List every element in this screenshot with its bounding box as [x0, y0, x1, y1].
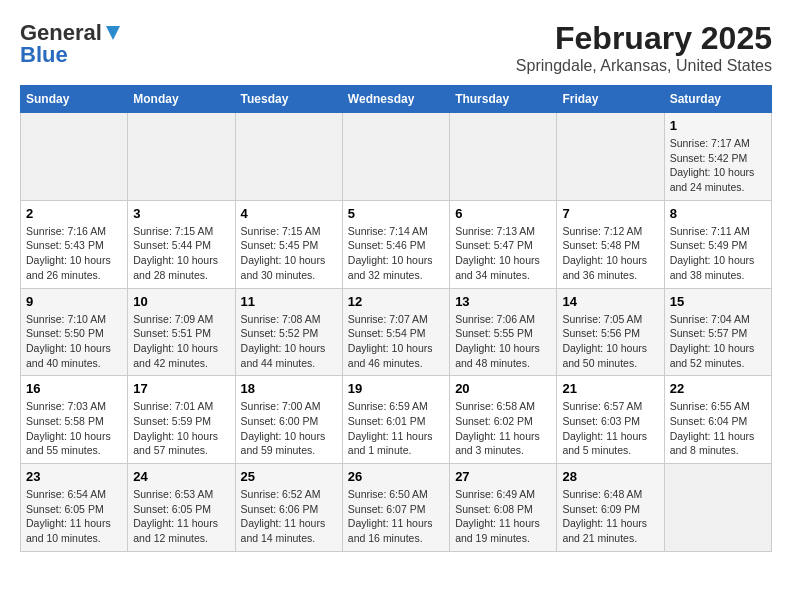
calendar-cell: 22Sunrise: 6:55 AMSunset: 6:04 PMDayligh…	[664, 376, 771, 464]
day-info: Sunrise: 6:48 AMSunset: 6:09 PMDaylight:…	[562, 487, 658, 546]
calendar-cell	[235, 113, 342, 201]
calendar-cell	[557, 113, 664, 201]
day-info: Sunrise: 7:11 AMSunset: 5:49 PMDaylight:…	[670, 224, 766, 283]
day-number: 11	[241, 294, 337, 309]
day-number: 19	[348, 381, 444, 396]
day-info: Sunrise: 7:10 AMSunset: 5:50 PMDaylight:…	[26, 312, 122, 371]
day-number: 6	[455, 206, 551, 221]
weekday-header-monday: Monday	[128, 86, 235, 113]
calendar-cell: 15Sunrise: 7:04 AMSunset: 5:57 PMDayligh…	[664, 288, 771, 376]
logo-blue: Blue	[20, 42, 68, 68]
day-number: 22	[670, 381, 766, 396]
calendar-week-row: 2Sunrise: 7:16 AMSunset: 5:43 PMDaylight…	[21, 200, 772, 288]
calendar-cell: 5Sunrise: 7:14 AMSunset: 5:46 PMDaylight…	[342, 200, 449, 288]
day-number: 28	[562, 469, 658, 484]
day-number: 25	[241, 469, 337, 484]
page-title: February 2025	[516, 20, 772, 57]
weekday-header-friday: Friday	[557, 86, 664, 113]
day-info: Sunrise: 7:03 AMSunset: 5:58 PMDaylight:…	[26, 399, 122, 458]
calendar-cell: 20Sunrise: 6:58 AMSunset: 6:02 PMDayligh…	[450, 376, 557, 464]
calendar-cell: 18Sunrise: 7:00 AMSunset: 6:00 PMDayligh…	[235, 376, 342, 464]
day-info: Sunrise: 7:06 AMSunset: 5:55 PMDaylight:…	[455, 312, 551, 371]
day-number: 17	[133, 381, 229, 396]
calendar-cell: 9Sunrise: 7:10 AMSunset: 5:50 PMDaylight…	[21, 288, 128, 376]
calendar-cell: 4Sunrise: 7:15 AMSunset: 5:45 PMDaylight…	[235, 200, 342, 288]
svg-marker-0	[106, 26, 120, 40]
page-header: General Blue February 2025 Springdale, A…	[20, 20, 772, 75]
calendar-cell: 16Sunrise: 7:03 AMSunset: 5:58 PMDayligh…	[21, 376, 128, 464]
day-number: 8	[670, 206, 766, 221]
day-number: 2	[26, 206, 122, 221]
day-number: 26	[348, 469, 444, 484]
day-info: Sunrise: 6:50 AMSunset: 6:07 PMDaylight:…	[348, 487, 444, 546]
day-info: Sunrise: 7:01 AMSunset: 5:59 PMDaylight:…	[133, 399, 229, 458]
day-number: 23	[26, 469, 122, 484]
day-info: Sunrise: 7:09 AMSunset: 5:51 PMDaylight:…	[133, 312, 229, 371]
calendar-cell: 23Sunrise: 6:54 AMSunset: 6:05 PMDayligh…	[21, 464, 128, 552]
day-info: Sunrise: 7:14 AMSunset: 5:46 PMDaylight:…	[348, 224, 444, 283]
day-number: 12	[348, 294, 444, 309]
day-info: Sunrise: 7:05 AMSunset: 5:56 PMDaylight:…	[562, 312, 658, 371]
day-info: Sunrise: 7:00 AMSunset: 6:00 PMDaylight:…	[241, 399, 337, 458]
day-info: Sunrise: 7:16 AMSunset: 5:43 PMDaylight:…	[26, 224, 122, 283]
day-info: Sunrise: 6:58 AMSunset: 6:02 PMDaylight:…	[455, 399, 551, 458]
day-info: Sunrise: 7:13 AMSunset: 5:47 PMDaylight:…	[455, 224, 551, 283]
day-number: 9	[26, 294, 122, 309]
day-number: 7	[562, 206, 658, 221]
calendar-week-row: 23Sunrise: 6:54 AMSunset: 6:05 PMDayligh…	[21, 464, 772, 552]
calendar-cell: 24Sunrise: 6:53 AMSunset: 6:05 PMDayligh…	[128, 464, 235, 552]
calendar-header-row: SundayMondayTuesdayWednesdayThursdayFrid…	[21, 86, 772, 113]
weekday-header-sunday: Sunday	[21, 86, 128, 113]
day-number: 24	[133, 469, 229, 484]
page-subtitle: Springdale, Arkansas, United States	[516, 57, 772, 75]
day-info: Sunrise: 6:52 AMSunset: 6:06 PMDaylight:…	[241, 487, 337, 546]
day-info: Sunrise: 7:08 AMSunset: 5:52 PMDaylight:…	[241, 312, 337, 371]
calendar-table: SundayMondayTuesdayWednesdayThursdayFrid…	[20, 85, 772, 552]
calendar-cell: 1Sunrise: 7:17 AMSunset: 5:42 PMDaylight…	[664, 113, 771, 201]
day-info: Sunrise: 6:59 AMSunset: 6:01 PMDaylight:…	[348, 399, 444, 458]
day-info: Sunrise: 7:15 AMSunset: 5:44 PMDaylight:…	[133, 224, 229, 283]
day-info: Sunrise: 6:53 AMSunset: 6:05 PMDaylight:…	[133, 487, 229, 546]
calendar-week-row: 9Sunrise: 7:10 AMSunset: 5:50 PMDaylight…	[21, 288, 772, 376]
calendar-cell: 3Sunrise: 7:15 AMSunset: 5:44 PMDaylight…	[128, 200, 235, 288]
calendar-cell: 6Sunrise: 7:13 AMSunset: 5:47 PMDaylight…	[450, 200, 557, 288]
weekday-header-thursday: Thursday	[450, 86, 557, 113]
calendar-week-row: 1Sunrise: 7:17 AMSunset: 5:42 PMDaylight…	[21, 113, 772, 201]
calendar-cell: 19Sunrise: 6:59 AMSunset: 6:01 PMDayligh…	[342, 376, 449, 464]
day-number: 20	[455, 381, 551, 396]
day-number: 1	[670, 118, 766, 133]
day-number: 3	[133, 206, 229, 221]
calendar-cell	[450, 113, 557, 201]
calendar-cell	[128, 113, 235, 201]
day-number: 10	[133, 294, 229, 309]
day-info: Sunrise: 7:17 AMSunset: 5:42 PMDaylight:…	[670, 136, 766, 195]
day-info: Sunrise: 6:55 AMSunset: 6:04 PMDaylight:…	[670, 399, 766, 458]
day-number: 14	[562, 294, 658, 309]
weekday-header-saturday: Saturday	[664, 86, 771, 113]
day-number: 21	[562, 381, 658, 396]
calendar-cell: 26Sunrise: 6:50 AMSunset: 6:07 PMDayligh…	[342, 464, 449, 552]
day-number: 4	[241, 206, 337, 221]
calendar-cell: 17Sunrise: 7:01 AMSunset: 5:59 PMDayligh…	[128, 376, 235, 464]
day-info: Sunrise: 7:12 AMSunset: 5:48 PMDaylight:…	[562, 224, 658, 283]
day-info: Sunrise: 6:57 AMSunset: 6:03 PMDaylight:…	[562, 399, 658, 458]
calendar-cell: 25Sunrise: 6:52 AMSunset: 6:06 PMDayligh…	[235, 464, 342, 552]
calendar-cell: 2Sunrise: 7:16 AMSunset: 5:43 PMDaylight…	[21, 200, 128, 288]
calendar-cell: 11Sunrise: 7:08 AMSunset: 5:52 PMDayligh…	[235, 288, 342, 376]
day-info: Sunrise: 7:07 AMSunset: 5:54 PMDaylight:…	[348, 312, 444, 371]
calendar-cell: 13Sunrise: 7:06 AMSunset: 5:55 PMDayligh…	[450, 288, 557, 376]
title-block: February 2025 Springdale, Arkansas, Unit…	[516, 20, 772, 75]
day-info: Sunrise: 7:04 AMSunset: 5:57 PMDaylight:…	[670, 312, 766, 371]
logo-arrow-icon	[102, 22, 124, 44]
calendar-cell: 21Sunrise: 6:57 AMSunset: 6:03 PMDayligh…	[557, 376, 664, 464]
logo: General Blue	[20, 20, 124, 68]
day-number: 13	[455, 294, 551, 309]
calendar-cell	[664, 464, 771, 552]
day-number: 18	[241, 381, 337, 396]
day-info: Sunrise: 6:49 AMSunset: 6:08 PMDaylight:…	[455, 487, 551, 546]
calendar-cell	[342, 113, 449, 201]
day-number: 5	[348, 206, 444, 221]
weekday-header-tuesday: Tuesday	[235, 86, 342, 113]
calendar-cell: 28Sunrise: 6:48 AMSunset: 6:09 PMDayligh…	[557, 464, 664, 552]
calendar-cell: 10Sunrise: 7:09 AMSunset: 5:51 PMDayligh…	[128, 288, 235, 376]
